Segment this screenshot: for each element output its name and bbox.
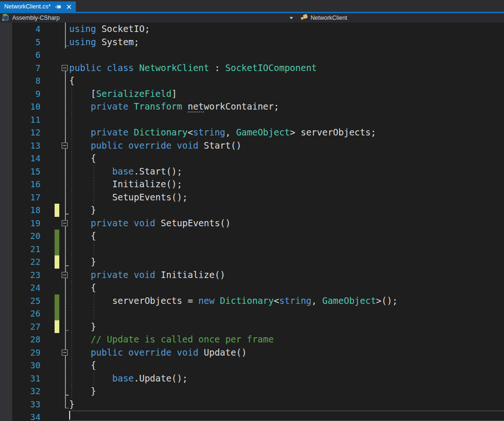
code-line[interactable]: 22 }: [0, 255, 504, 269]
line-number[interactable]: 5: [0, 36, 40, 49]
line-number[interactable]: 25: [0, 294, 40, 308]
code-text: }: [69, 320, 96, 334]
code-text: private Transform networkContainer;: [69, 100, 279, 113]
line-number[interactable]: 6: [0, 48, 40, 62]
line-number[interactable]: 28: [0, 333, 40, 346]
line-number[interactable]: 4: [0, 23, 40, 36]
line-number[interactable]: 22: [0, 255, 40, 269]
chevron-down-icon[interactable]: [289, 17, 293, 19]
code-line[interactable]: 21: [0, 243, 504, 256]
line-number[interactable]: 11: [0, 113, 40, 127]
code-line[interactable]: 24 {: [0, 281, 504, 294]
line-number[interactable]: 23: [0, 269, 40, 282]
code-text: {: [69, 230, 96, 243]
close-icon[interactable]: [66, 3, 72, 10]
line-number[interactable]: 14: [0, 152, 40, 165]
line-number[interactable]: 29: [0, 346, 40, 359]
line-number[interactable]: 16: [0, 178, 40, 191]
code-line[interactable]: 17 SetupEvents();: [0, 191, 504, 204]
collapse-toggle-icon[interactable]: [62, 350, 68, 356]
code-line[interactable]: 25 serverObjects = new Dictionary<string…: [0, 294, 504, 308]
code-line[interactable]: 30 {: [0, 359, 504, 372]
outline-line: [65, 255, 66, 269]
outline-line: [65, 333, 66, 346]
outline-line: [65, 165, 66, 178]
code-line[interactable]: 18 }: [0, 204, 504, 217]
line-number[interactable]: 8: [0, 74, 40, 87]
type-dropdown[interactable]: NetworkClient: [297, 13, 504, 23]
line-number[interactable]: 20: [0, 230, 40, 243]
outline-end-hook: [65, 408, 69, 409]
outline-line: [65, 23, 66, 36]
line-number[interactable]: 19: [0, 217, 40, 230]
code-line[interactable]: 5using System;: [0, 36, 504, 49]
code-text: // Update is called once per frame: [69, 333, 274, 346]
line-number[interactable]: 12: [0, 126, 40, 139]
line-number[interactable]: 9: [0, 87, 40, 101]
code-text: }: [69, 204, 96, 217]
line-number[interactable]: 26: [0, 307, 40, 320]
code-line[interactable]: 6: [0, 48, 504, 62]
outline-line: [65, 385, 66, 398]
line-number[interactable]: 24: [0, 281, 40, 294]
line-number[interactable]: 31: [0, 372, 40, 385]
collapse-toggle-icon[interactable]: [62, 65, 68, 71]
code-editor[interactable]: 4using SocketIO;5using System;67public c…: [0, 23, 504, 421]
code-line[interactable]: 34: [0, 411, 504, 421]
line-number[interactable]: 15: [0, 165, 40, 178]
code-line[interactable]: 19 private void SetupEvents(): [0, 217, 504, 230]
code-line[interactable]: 33}: [0, 398, 504, 411]
line-number[interactable]: 27: [0, 320, 40, 334]
outline-line: [65, 191, 66, 204]
project-dropdown[interactable]: Assembly-CSharp: [0, 13, 297, 23]
line-number[interactable]: 13: [0, 139, 40, 152]
code-line[interactable]: 13 public override void Start(): [0, 139, 504, 152]
line-number[interactable]: 10: [0, 100, 40, 113]
code-line[interactable]: 20 {: [0, 230, 504, 243]
code-line[interactable]: 8{: [0, 74, 504, 87]
code-text: SetupEvents();: [69, 191, 188, 204]
outline-line: [65, 294, 66, 308]
code-line[interactable]: 10 private Transform networkContainer;: [0, 100, 504, 113]
code-line[interactable]: 23 private void Initialize(): [0, 269, 504, 282]
code-line[interactable]: 29 public override void Update(): [0, 346, 504, 359]
pin-icon[interactable]: [55, 3, 62, 10]
code-line[interactable]: 32 }: [0, 385, 504, 398]
change-marker-unsaved: [55, 320, 59, 334]
collapse-toggle-icon[interactable]: [62, 272, 68, 278]
line-number[interactable]: 32: [0, 385, 40, 398]
code-line[interactable]: 11: [0, 113, 504, 127]
change-marker-unsaved: [55, 255, 59, 269]
current-line-highlight: [68, 411, 504, 421]
line-number[interactable]: 34: [0, 411, 40, 421]
line-number[interactable]: 17: [0, 191, 40, 204]
code-line[interactable]: 7public class NetworkClient : SocketIOCo…: [0, 62, 504, 75]
change-marker-saved: [55, 307, 59, 320]
line-number[interactable]: 33: [0, 398, 40, 411]
code-text: serverObjects = new Dictionary<string, G…: [69, 294, 398, 308]
tab-networkclient[interactable]: NetworkClient.cs*: [0, 1, 76, 12]
line-number[interactable]: 21: [0, 243, 40, 256]
code-line[interactable]: 12 private Dictionary<string, GameObject…: [0, 126, 504, 139]
collapse-toggle-icon[interactable]: [62, 143, 68, 149]
code-line[interactable]: 9 [SerializeField]: [0, 87, 504, 101]
code-line[interactable]: 4using SocketIO;: [0, 23, 504, 36]
tab-title: NetworkClient.cs*: [4, 1, 51, 12]
change-marker-saved: [55, 294, 59, 308]
line-number[interactable]: 7: [0, 62, 40, 75]
line-number[interactable]: 30: [0, 359, 40, 372]
code-line[interactable]: 26: [0, 307, 504, 320]
collapse-toggle-icon[interactable]: [62, 220, 68, 226]
code-line[interactable]: 27 }: [0, 320, 504, 334]
outline-line: [65, 126, 66, 139]
code-line[interactable]: 14 {: [0, 152, 504, 165]
code-text: {: [69, 359, 96, 372]
code-line[interactable]: 15 base.Start();: [0, 165, 504, 178]
outline-end-hook: [65, 46, 69, 47]
code-line[interactable]: 31 base.Update();: [0, 372, 504, 385]
code-text: base.Start();: [69, 165, 182, 178]
outline-line: [65, 87, 66, 101]
line-number[interactable]: 18: [0, 204, 40, 217]
code-line[interactable]: 16 Initialize();: [0, 178, 504, 191]
code-line[interactable]: 28 // Update is called once per frame: [0, 333, 504, 346]
